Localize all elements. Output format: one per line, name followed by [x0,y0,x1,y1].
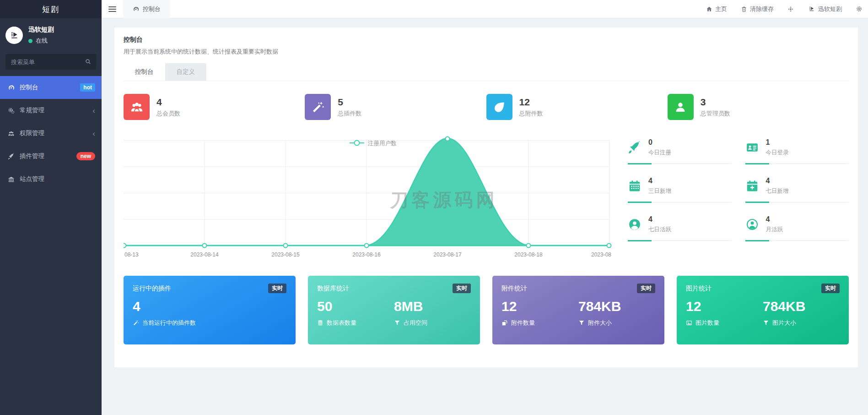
sidebar-item-label: 常规管理 [20,106,44,115]
stat-total-members: 4 总会员数 [124,94,305,120]
sidebar-item-site[interactable]: 站点管理 [0,168,102,191]
sidebar-item-label: 站点管理 [20,175,44,183]
stat-total-admins: 3 总管理员数 [668,94,849,120]
tab-custom[interactable]: 自定义 [165,63,207,81]
user-status: 在线 [36,37,48,45]
card-metric-label: 附件数量 [511,319,535,327]
sidebar-toggle-button[interactable] [102,6,123,12]
calendar-icon [628,179,642,193]
card-title: 数据库统计 [317,284,349,293]
mini-stat-today-register: 0 今日注册 [628,137,732,164]
topbar-tab-dashboard[interactable]: 控制台 [123,0,170,18]
card-metric-label: 占用空间 [404,319,427,327]
id-card-icon [745,141,759,154]
stat-label: 总附件数 [519,109,543,118]
user-panel: 迅软短剧 在线 [0,18,102,51]
card-value: 12 [686,299,763,314]
stat-label: 总管理员数 [701,109,730,118]
sidebar-item-label: 插件管理 [20,152,44,160]
registered-users-chart: 注册用户数 08-13 2023-08-14 2023-08-15 2023-0… [124,136,612,262]
wand-icon [133,320,139,326]
stat-label: 总插件数 [338,109,361,118]
mini-stat-label: 今日注册 [648,149,671,157]
mini-stat-label: 今日登录 [766,149,789,157]
play-logo-icon [808,5,815,13]
card-value: 4 [133,299,286,314]
mini-stat-3day-new: 4 三日新增 [628,176,732,202]
svg-text:2023-08-17: 2023-08-17 [433,251,462,258]
user-circle-icon [628,218,642,231]
stat-value: 3 [701,97,730,108]
page-title: 控制台 [124,36,849,44]
image-icon [686,320,692,326]
settings-button[interactable] [856,5,863,12]
cogs-icon [8,107,15,114]
user-menu[interactable]: 迅软短剧 [808,5,842,13]
user-name: 迅软短剧 [28,26,54,34]
play-logo-icon [9,30,20,41]
gear-icon [856,5,863,12]
chart-grid [124,140,609,246]
group-icon [8,130,15,137]
home-label: 主页 [715,5,727,13]
mini-stat-label: 三日新增 [648,187,671,195]
sidebar-item-general[interactable]: 常规管理 ‹ [0,99,102,122]
sidebar-item-auth[interactable]: 权限管理 ‹ [0,122,102,145]
brand-label: 迅软短剧 [818,5,842,13]
leaf-icon [492,100,506,114]
sidebar-menu: 控制台 hot 常规管理 ‹ 权限管理 ‹ 插件管理 new 站点管理 [0,76,102,191]
hot-badge: hot [80,83,95,92]
trash-icon [741,6,747,12]
chevron-left-icon: ‹ [92,107,95,115]
sidebar-item-dashboard[interactable]: 控制台 hot [0,76,102,99]
search-input[interactable] [5,54,96,70]
sidebar-item-label: 权限管理 [20,129,44,137]
card-title: 附件统计 [501,284,527,293]
card-value: 12 [501,299,578,314]
group-icon [130,100,144,114]
realtime-badge: 实时 [268,284,286,293]
card-database-stats: 数据库统计 实时 50 数据表数量 [308,276,480,344]
card-metric-label: 图片数量 [695,319,719,327]
mini-stat-value: 0 [648,138,671,147]
mini-stat-value: 1 [766,138,789,147]
realtime-badge: 实时 [821,284,840,293]
stat-value: 12 [519,97,543,108]
user-mini-stats: 0 今日注册 1 今日登录 [628,136,849,262]
chart-legend[interactable]: 注册用户数 [350,140,397,147]
online-status-dot [28,39,32,43]
home-button[interactable]: 主页 [706,5,727,13]
dashboard-panel: 控制台 用于展示当前系统中的统计数据、统计报表及重要实时数据 控制台 自定义 4… [114,27,858,367]
gauge-icon [133,6,139,12]
stat-value: 4 [156,97,180,108]
sidebar: 短剧 迅软短剧 在线 控制台 hot 常规管理 ‹ 权限管理 [0,0,102,415]
mini-stat-label: 月活跃 [766,226,783,234]
card-title: 图片统计 [686,284,712,293]
svg-text:08-13: 08-13 [124,251,139,258]
stat-total-attachments: 12 总附件数 [486,94,668,120]
avatar[interactable] [5,27,23,44]
mini-stat-value: 4 [648,177,671,185]
fullscreen-button[interactable] [787,6,794,12]
tab-dashboard[interactable]: 控制台 [124,63,165,81]
realtime-cards: 运行中的插件 实时 4 当前运行中的插件数 [124,276,849,344]
expand-icon [787,6,794,12]
sidebar-item-addon[interactable]: 插件管理 new [0,145,102,168]
mini-stat-label: 七日新增 [766,187,789,195]
chart-x-axis-labels: 08-13 2023-08-14 2023-08-15 2023-08-16 2… [124,251,611,258]
svg-text:2023-08-18: 2023-08-18 [514,251,543,258]
rocket-icon [628,141,642,154]
card-metric-label: 当前运行中的插件数 [142,319,196,327]
user-circle-o-icon [745,218,759,231]
panel-tabs: 控制台 自定义 [124,63,849,81]
mini-stat-7day-new: 4 七日新增 [745,176,849,202]
calendar-plus-icon [745,179,759,193]
card-value: 784KB [763,299,840,314]
clear-cache-button[interactable]: 清除缓存 [741,5,774,13]
new-badge: new [76,152,95,160]
wand-icon [311,100,325,114]
svg-text:2023-08: 2023-08 [591,251,611,258]
user-icon [674,100,687,114]
funnel-icon [763,320,769,326]
mini-stat-value: 4 [648,215,671,224]
